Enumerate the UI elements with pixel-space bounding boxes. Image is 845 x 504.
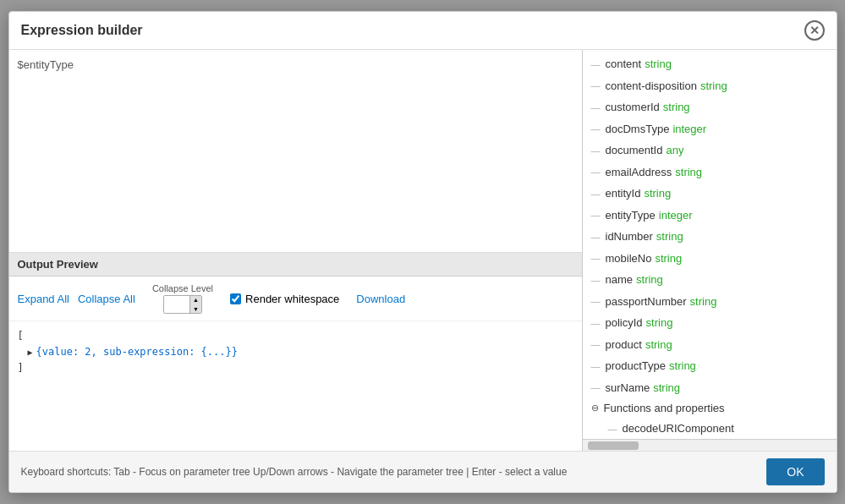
modal-footer: Keyboard shortcuts: Tab - Focus on param…: [9, 451, 837, 492]
output-preview-header: Output Preview: [9, 253, 582, 277]
tree-item-type: string: [675, 164, 702, 181]
tree-item-type: string: [700, 78, 727, 95]
tree-item-dash: —: [591, 165, 601, 179]
spinner-down-button[interactable]: ▼: [189, 304, 201, 314]
tree-item-type: string: [669, 358, 696, 375]
expression-area[interactable]: $entityType: [9, 50, 582, 253]
tree-item[interactable]: —passportNumber string: [583, 291, 837, 313]
tree-item[interactable]: —customerId string: [583, 96, 837, 118]
tree-item-dash: —: [591, 337, 601, 352]
entity-type-text: $entityType: [18, 58, 74, 71]
tree-item-type: string: [653, 380, 680, 397]
tree-item-type: string: [645, 56, 672, 73]
collapse-level-input[interactable]: 1: [164, 296, 189, 313]
tree-item-type: string: [645, 337, 672, 353]
render-whitespace-checkbox[interactable]: [230, 293, 241, 304]
tree-sub-item[interactable]: —decodeURIComponent: [583, 418, 837, 439]
tree-item-dash: —: [591, 316, 601, 331]
tree-item[interactable]: —content string: [583, 53, 837, 75]
tree-item-type: integer: [659, 207, 693, 224]
collapse-all-button[interactable]: Collapse All: [78, 293, 135, 305]
collapse-level-label: Collapse Level: [152, 283, 213, 293]
collapse-icon: ⊖: [591, 403, 599, 414]
expand-all-button[interactable]: Expand All: [18, 293, 69, 305]
tree-item-name: content: [606, 56, 642, 73]
tree-item-name: decodeURIComponent: [623, 420, 734, 437]
tree-item-dash: —: [591, 294, 601, 309]
spinner-up-button[interactable]: ▲: [189, 295, 201, 304]
render-whitespace-label: Render whitespace: [245, 293, 339, 305]
tree-item-dash: —: [591, 187, 601, 201]
tree-item[interactable]: —entityId string: [583, 183, 837, 205]
output-line-object[interactable]: ▶ {value: 2, sub-expression: {...}}: [18, 344, 573, 360]
tree-item-name: policyId: [606, 315, 643, 331]
expand-triangle-icon[interactable]: ▶: [28, 346, 33, 359]
tree-item-dash: —: [591, 122, 601, 136]
output-line-bracket-open: [: [18, 328, 573, 344]
collapse-level-spinner: ▲ ▼: [189, 295, 201, 314]
tree-item-dash: —: [591, 251, 601, 266]
tree-item[interactable]: —idNumber string: [583, 226, 837, 248]
tree-item-name: emailAddress: [606, 164, 672, 181]
render-whitespace-group: Render whitespace: [230, 293, 339, 305]
tree-item[interactable]: —surName string: [583, 377, 837, 399]
modal-body: $entityType Output Preview Expand All Co…: [9, 50, 837, 451]
tree-item[interactable]: —entityType integer: [583, 205, 837, 227]
section-label: Functions and properties: [604, 402, 725, 414]
tree-item-dash: —: [591, 101, 601, 115]
footer-hint: Keyboard shortcuts: Tab - Focus on param…: [21, 466, 568, 478]
tree-item-name: docDmsType: [606, 121, 670, 138]
tree-item-name: documentId: [606, 142, 663, 159]
tree-item[interactable]: —mobileNo string: [583, 248, 837, 270]
collapse-level-group: Collapse Level 1 ▲ ▼: [152, 283, 213, 314]
tree-item[interactable]: —content-disposition string: [583, 75, 837, 97]
modal-title: Expression builder: [21, 23, 143, 38]
h-scroll-thumb: [588, 441, 639, 450]
ok-button[interactable]: OK: [766, 458, 824, 485]
tree-item-dash: —: [591, 79, 601, 93]
modal-header: Expression builder ✕: [9, 12, 837, 50]
tree-item[interactable]: —documentId any: [583, 140, 837, 162]
right-panel: —content string—content-disposition stri…: [583, 50, 837, 451]
output-content: [ ▶ {value: 2, sub-expression: {...}} ]: [9, 321, 582, 451]
tree-item-name: name: [606, 271, 634, 288]
tree-list[interactable]: —content string—content-disposition stri…: [583, 50, 837, 439]
tree-item-type: string: [663, 99, 690, 116]
tree-item-type: string: [644, 185, 671, 202]
tree-item-name: passportNumber: [606, 293, 687, 310]
tree-item-type: string: [636, 271, 663, 288]
tree-item-dash: —: [591, 273, 601, 288]
tree-item-type: string: [646, 315, 673, 331]
tree-item-name: surName: [606, 380, 650, 397]
tree-item-name: customerId: [606, 99, 660, 116]
tree-item-type: any: [666, 142, 683, 159]
download-button[interactable]: Download: [356, 293, 405, 305]
tree-item[interactable]: —name string: [583, 269, 837, 291]
tree-item-dash: —: [608, 422, 617, 436]
close-button[interactable]: ✕: [804, 20, 825, 41]
expression-builder-modal: Expression builder ✕ $entityType Output …: [8, 11, 837, 493]
tree-item[interactable]: —emailAddress string: [583, 162, 837, 184]
tree-item[interactable]: —policyId string: [583, 312, 837, 334]
tree-item-type: string: [690, 293, 717, 310]
horizontal-scrollbar[interactable]: [583, 439, 837, 451]
tree-item-dash: —: [591, 208, 601, 222]
tree-item-dash: —: [591, 381, 601, 395]
output-line-bracket-close: ]: [18, 360, 573, 376]
tree-item-name: mobileNo: [606, 250, 652, 267]
tree-item-dash: —: [591, 144, 601, 158]
tree-item-dash: —: [591, 58, 601, 72]
functions-section-header[interactable]: ⊖Functions and properties: [583, 398, 837, 418]
tree-item-dash: —: [591, 230, 601, 244]
tree-item[interactable]: —productType string: [583, 355, 837, 377]
tree-item[interactable]: —product string: [583, 334, 837, 356]
tree-item-name: idNumber: [606, 228, 653, 245]
tree-item-dash: —: [591, 359, 601, 374]
tree-item-type: integer: [672, 121, 706, 138]
tree-item[interactable]: —docDmsType integer: [583, 118, 837, 140]
tree-item-name: productType: [606, 358, 667, 375]
tree-item-name: content-disposition: [606, 78, 697, 95]
tree-item-name: product: [606, 337, 642, 353]
output-controls: Expand All Collapse All Collapse Level 1…: [9, 277, 582, 321]
collapse-level-input-wrap: 1 ▲ ▼: [163, 295, 202, 314]
